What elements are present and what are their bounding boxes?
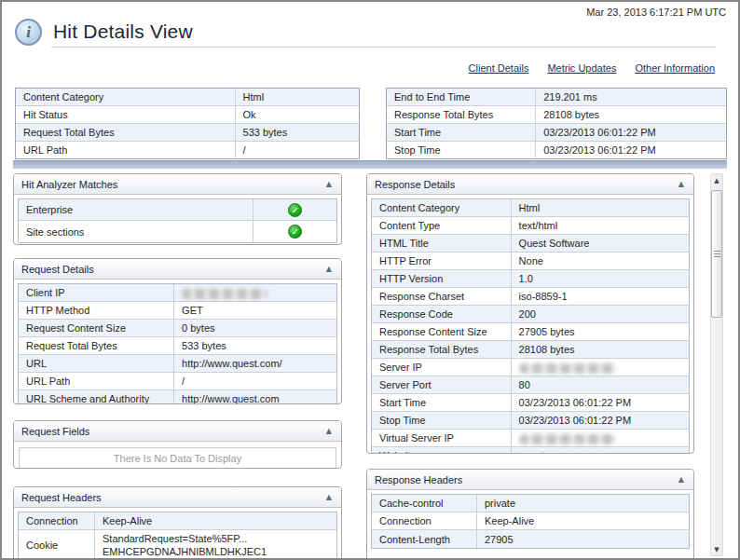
table-row: Client IP [19, 284, 336, 302]
no-data-message: There Is No Data To Display [19, 447, 336, 469]
row-label: Response Total Bytes [372, 341, 512, 358]
row-label: End to End Time [387, 89, 536, 105]
row-label: HTML Title [372, 235, 512, 252]
info-icon: i [15, 19, 42, 46]
table-row: Request Total Bytes533 bytes [16, 124, 359, 142]
row-value: 28108 bytes [512, 341, 689, 358]
table-row: Content Typetext/html [372, 217, 689, 235]
table-row: Server Port80 [372, 376, 689, 394]
collapse-chevron-up-icon[interactable]: ▲ [324, 179, 334, 190]
redacted-value [182, 289, 267, 299]
row-label: Response Charset [372, 288, 512, 305]
row-label: Client IP [19, 284, 174, 301]
table-row: Websitequest.com [372, 447, 689, 454]
section-divider-bar [13, 160, 727, 169]
scrollbar-thumb[interactable] [711, 190, 722, 318]
panel-response-details: Response Details ▲ Content CategoryHtmlC… [366, 173, 694, 454]
row-value: StandardRequest=State%5FP...EMHCEPGDNAJH… [95, 530, 336, 560]
row-label: URL Scheme and Authority [19, 390, 174, 404]
row-value: 28108 bytes [536, 106, 726, 123]
panel-title: Request Headers [21, 492, 102, 503]
table-row: Site sections✓ [19, 221, 336, 242]
request-details-table: Client IPHTTP MethodGETRequest Content S… [18, 283, 337, 404]
panel-request-fields: Request Fields ▲ There Is No Data To Dis… [13, 420, 342, 469]
row-label: URL Path [16, 142, 236, 158]
row-value: Keep-Alive [477, 512, 689, 529]
table-row: HTML TitleQuest Software [372, 235, 689, 253]
table-row: URL Path/ [16, 142, 359, 158]
row-label: HTTP Method [19, 302, 174, 319]
table-row: HTTP Version1.0 [372, 270, 689, 288]
row-label: Stop Time [387, 142, 536, 158]
row-label: Site sections [19, 221, 254, 242]
row-value: 533 bytes [174, 337, 336, 354]
row-value: ✓ [254, 223, 336, 240]
scroll-up-arrow-icon[interactable]: ▲ [711, 174, 722, 186]
page-title: Hit Details View [53, 20, 193, 43]
scroll-down-arrow-icon[interactable]: ▼ [711, 543, 722, 555]
table-row: ConnectionKeep-Alive [372, 512, 689, 530]
check-ok-icon: ✓ [288, 225, 302, 239]
row-label: Virtual Server IP [372, 430, 512, 446]
panel-title: Request Fields [21, 426, 89, 437]
table-row: Start Time03/23/2013 06:01:22 PM [372, 394, 689, 412]
collapse-chevron-up-icon[interactable]: ▲ [324, 426, 334, 437]
link-client-details[interactable]: Client Details [469, 62, 529, 74]
row-label: Response Total Bytes [387, 106, 536, 123]
collapse-chevron-up-icon[interactable]: ▲ [324, 264, 334, 275]
row-label: Response Code [372, 306, 512, 322]
response-headers-table: Cache-controlprivateConnectionKeep-Alive… [371, 494, 690, 549]
row-label: URL [19, 355, 174, 372]
row-label: URL Path [19, 373, 174, 389]
row-value [512, 430, 689, 446]
table-row: Response Total Bytes28108 bytes [372, 341, 689, 359]
row-label: Cache-control [372, 495, 477, 512]
panel-header: Response Headers ▲ [367, 470, 693, 490]
table-row: Server IP [372, 359, 689, 376]
link-other-information[interactable]: Other Information [635, 62, 715, 74]
table-row: HTTP ErrorNone [372, 253, 689, 270]
row-value: iso-8859-1 [512, 288, 689, 305]
collapse-chevron-up-icon[interactable]: ▲ [677, 179, 686, 190]
table-row: URL Scheme and Authorityhttp://www.quest… [19, 390, 336, 404]
table-row: Response Total Bytes28108 bytes [387, 106, 726, 124]
row-label: Stop Time [372, 412, 512, 429]
table-row: Response Content Size27905 bytes [372, 323, 689, 341]
redacted-value [519, 434, 616, 444]
row-label: Hit Status [16, 106, 236, 123]
row-label: HTTP Error [372, 253, 512, 269]
row-value: 80 [512, 376, 689, 393]
table-row: Stop Time03/23/2013 06:01:22 PM [387, 142, 726, 158]
hit-analyzer-table: Enterprise✓Site sections✓ [18, 198, 337, 243]
row-value: 03/23/2013 06:01:22 PM [512, 412, 689, 429]
panel-header: Request Details ▲ [14, 259, 341, 280]
link-metric-updates[interactable]: Metric Updates [547, 62, 616, 74]
row-value: GET [174, 302, 336, 319]
collapse-chevron-up-icon[interactable]: ▲ [324, 492, 334, 503]
row-value: 27905 [477, 531, 689, 548]
panel-header: Request Headers ▲ [14, 487, 341, 508]
table-row: Request Content Size0 bytes [19, 320, 336, 337]
row-label: Website [372, 447, 512, 454]
row-label: Request Total Bytes [16, 124, 236, 141]
row-label: Connection [19, 512, 95, 529]
table-row: ConnectionKeep-Alive [19, 512, 336, 530]
row-label: Content Category [372, 199, 512, 216]
header-timestamp: Mar 23, 2013 6:17:21 PM UTC [586, 7, 726, 18]
row-value: 1.0 [512, 270, 689, 287]
row-value: 200 [512, 306, 689, 322]
vertical-scrollbar[interactable]: ▲ ▼ [710, 173, 723, 556]
collapse-chevron-up-icon[interactable]: ▲ [677, 474, 686, 485]
table-row: Enterprise✓ [19, 199, 336, 221]
row-value: http://www.quest.com/ [174, 355, 336, 372]
table-row: Content CategoryHtml [372, 199, 689, 217]
row-value: 219.201 ms [536, 89, 726, 105]
panel-title: Response Details [375, 179, 455, 190]
row-value: Quest Software [512, 235, 689, 252]
row-value: quest.com [512, 447, 689, 454]
table-row: URLhttp://www.quest.com/ [19, 355, 336, 373]
row-label: Enterprise [19, 199, 254, 220]
row-value: 533 bytes [236, 124, 359, 141]
table-row: HTTP MethodGET [19, 302, 336, 320]
table-row: Start Time03/23/2013 06:01:22 PM [387, 124, 726, 142]
